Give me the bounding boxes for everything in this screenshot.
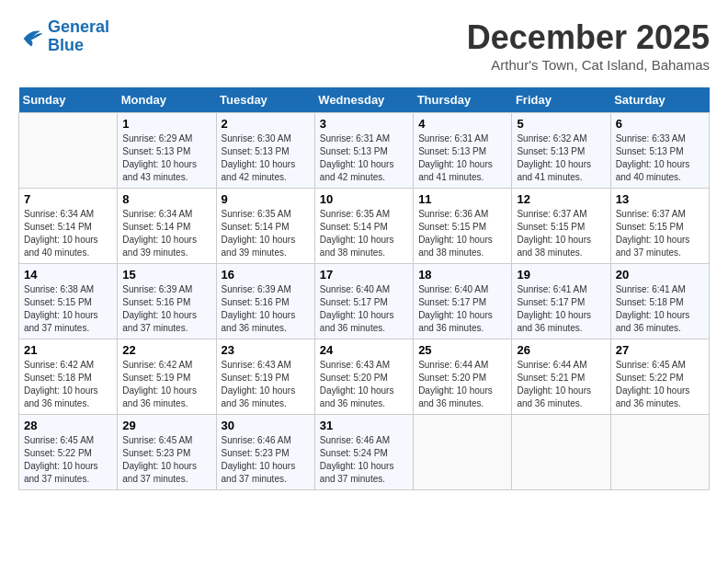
calendar-cell: 3Sunrise: 6:31 AMSunset: 5:13 PMDaylight… [314,113,413,189]
day-info: Sunrise: 6:41 AMSunset: 5:18 PMDaylight:… [616,283,704,335]
calendar-week-row: 7Sunrise: 6:34 AMSunset: 5:14 PMDaylight… [19,189,710,264]
day-info: Sunrise: 6:33 AMSunset: 5:13 PMDaylight:… [616,132,704,184]
logo-text: General Blue [48,18,109,55]
day-number: 29 [122,419,210,432]
weekday-header: Thursday [414,87,512,113]
day-number: 16 [222,268,310,282]
day-number: 28 [24,419,112,432]
calendar-cell: 18Sunrise: 6:40 AMSunset: 5:17 PMDayligh… [414,264,512,339]
day-number: 21 [24,343,112,357]
calendar-cell: 1Sunrise: 6:29 AMSunset: 5:13 PMDaylight… [118,113,216,189]
day-info: Sunrise: 6:31 AMSunset: 5:13 PMDaylight:… [418,132,506,184]
weekday-header: Sunday [19,87,118,113]
weekday-header: Wednesday [314,87,413,113]
weekday-header-row: SundayMondayTuesdayWednesdayThursdayFrid… [19,87,710,113]
calendar-cell: 10Sunrise: 6:35 AMSunset: 5:14 PMDayligh… [314,189,413,264]
calendar-cell: 12Sunrise: 6:37 AMSunset: 5:15 PMDayligh… [512,189,610,264]
calendar-cell: 13Sunrise: 6:37 AMSunset: 5:15 PMDayligh… [610,189,709,264]
day-number: 5 [517,117,605,131]
location-subtitle: Arthur's Town, Cat Island, Bahamas [467,57,710,73]
calendar-cell: 8Sunrise: 6:34 AMSunset: 5:14 PMDaylight… [118,189,216,264]
day-number: 14 [24,268,112,282]
day-info: Sunrise: 6:30 AMSunset: 5:13 PMDaylight:… [222,132,310,184]
day-info: Sunrise: 6:36 AMSunset: 5:15 PMDaylight:… [418,208,506,259]
day-number: 12 [517,192,605,206]
day-info: Sunrise: 6:34 AMSunset: 5:14 PMDaylight:… [24,208,112,259]
weekday-header: Friday [512,87,610,113]
day-number: 15 [122,268,210,282]
calendar-cell: 31Sunrise: 6:46 AMSunset: 5:24 PMDayligh… [314,415,413,490]
calendar-week-row: 21Sunrise: 6:42 AMSunset: 5:18 PMDayligh… [19,339,710,415]
day-number: 7 [24,192,112,206]
day-number: 27 [616,343,704,357]
day-number: 4 [418,117,506,131]
day-info: Sunrise: 6:37 AMSunset: 5:15 PMDaylight:… [517,208,605,259]
day-info: Sunrise: 6:44 AMSunset: 5:20 PMDaylight:… [418,359,506,410]
day-number: 20 [616,268,704,282]
month-title: December 2025 [467,18,710,57]
day-number: 19 [517,268,605,282]
day-number: 13 [616,192,704,206]
day-info: Sunrise: 6:39 AMSunset: 5:16 PMDaylight:… [222,283,310,335]
logo: General Blue [18,18,109,55]
day-info: Sunrise: 6:35 AMSunset: 5:14 PMDaylight:… [320,208,408,259]
day-number: 24 [320,343,408,357]
calendar-cell [610,415,709,490]
day-info: Sunrise: 6:40 AMSunset: 5:17 PMDaylight:… [320,283,408,335]
calendar-cell: 23Sunrise: 6:43 AMSunset: 5:19 PMDayligh… [216,339,314,415]
day-number: 17 [320,268,408,282]
day-number: 1 [122,117,210,131]
calendar-cell: 16Sunrise: 6:39 AMSunset: 5:16 PMDayligh… [216,264,314,339]
calendar-cell: 9Sunrise: 6:35 AMSunset: 5:14 PMDaylight… [216,189,314,264]
day-info: Sunrise: 6:37 AMSunset: 5:15 PMDaylight:… [616,208,704,259]
day-number: 9 [222,192,310,206]
calendar-cell: 4Sunrise: 6:31 AMSunset: 5:13 PMDaylight… [414,113,512,189]
calendar-cell: 19Sunrise: 6:41 AMSunset: 5:17 PMDayligh… [512,264,610,339]
calendar-cell: 2Sunrise: 6:30 AMSunset: 5:13 PMDaylight… [216,113,314,189]
calendar-cell: 17Sunrise: 6:40 AMSunset: 5:17 PMDayligh… [314,264,413,339]
calendar-cell [19,113,118,189]
weekday-header: Monday [118,87,216,113]
calendar-cell: 20Sunrise: 6:41 AMSunset: 5:18 PMDayligh… [610,264,709,339]
day-number: 2 [222,117,310,131]
calendar-cell: 26Sunrise: 6:44 AMSunset: 5:21 PMDayligh… [512,339,610,415]
calendar-cell: 27Sunrise: 6:45 AMSunset: 5:22 PMDayligh… [610,339,709,415]
logo-icon [18,26,44,48]
calendar-week-row: 14Sunrise: 6:38 AMSunset: 5:15 PMDayligh… [19,264,710,339]
calendar-cell: 30Sunrise: 6:46 AMSunset: 5:23 PMDayligh… [216,415,314,490]
day-info: Sunrise: 6:46 AMSunset: 5:24 PMDaylight:… [320,434,408,486]
calendar-cell [414,415,512,490]
day-info: Sunrise: 6:32 AMSunset: 5:13 PMDaylight:… [517,132,605,184]
calendar-cell: 25Sunrise: 6:44 AMSunset: 5:20 PMDayligh… [414,339,512,415]
day-number: 26 [517,343,605,357]
day-info: Sunrise: 6:31 AMSunset: 5:13 PMDaylight:… [320,132,408,184]
day-number: 23 [222,343,310,357]
day-number: 18 [418,268,506,282]
day-info: Sunrise: 6:46 AMSunset: 5:23 PMDaylight:… [222,434,310,486]
calendar-cell: 24Sunrise: 6:43 AMSunset: 5:20 PMDayligh… [314,339,413,415]
calendar-cell: 15Sunrise: 6:39 AMSunset: 5:16 PMDayligh… [118,264,216,339]
day-number: 8 [122,192,210,206]
calendar-cell: 6Sunrise: 6:33 AMSunset: 5:13 PMDaylight… [610,113,709,189]
day-info: Sunrise: 6:34 AMSunset: 5:14 PMDaylight:… [122,208,210,259]
day-number: 10 [320,192,408,206]
day-number: 25 [418,343,506,357]
day-info: Sunrise: 6:29 AMSunset: 5:13 PMDaylight:… [122,132,210,184]
day-info: Sunrise: 6:45 AMSunset: 5:22 PMDaylight:… [24,434,112,486]
day-info: Sunrise: 6:44 AMSunset: 5:21 PMDaylight:… [517,359,605,410]
day-info: Sunrise: 6:39 AMSunset: 5:16 PMDaylight:… [122,283,210,335]
day-number: 3 [320,117,408,131]
calendar-table: SundayMondayTuesdayWednesdayThursdayFrid… [18,87,710,490]
day-number: 11 [418,192,506,206]
header: General Blue December 2025 Arthur's Town… [18,18,710,73]
calendar-cell [512,415,610,490]
weekday-header: Tuesday [216,87,314,113]
calendar-cell: 21Sunrise: 6:42 AMSunset: 5:18 PMDayligh… [19,339,118,415]
day-number: 6 [616,117,704,131]
calendar-cell: 5Sunrise: 6:32 AMSunset: 5:13 PMDaylight… [512,113,610,189]
calendar-cell: 14Sunrise: 6:38 AMSunset: 5:15 PMDayligh… [19,264,118,339]
calendar-cell: 29Sunrise: 6:45 AMSunset: 5:23 PMDayligh… [118,415,216,490]
calendar-cell: 11Sunrise: 6:36 AMSunset: 5:15 PMDayligh… [414,189,512,264]
day-number: 30 [222,419,310,432]
calendar-cell: 7Sunrise: 6:34 AMSunset: 5:14 PMDaylight… [19,189,118,264]
